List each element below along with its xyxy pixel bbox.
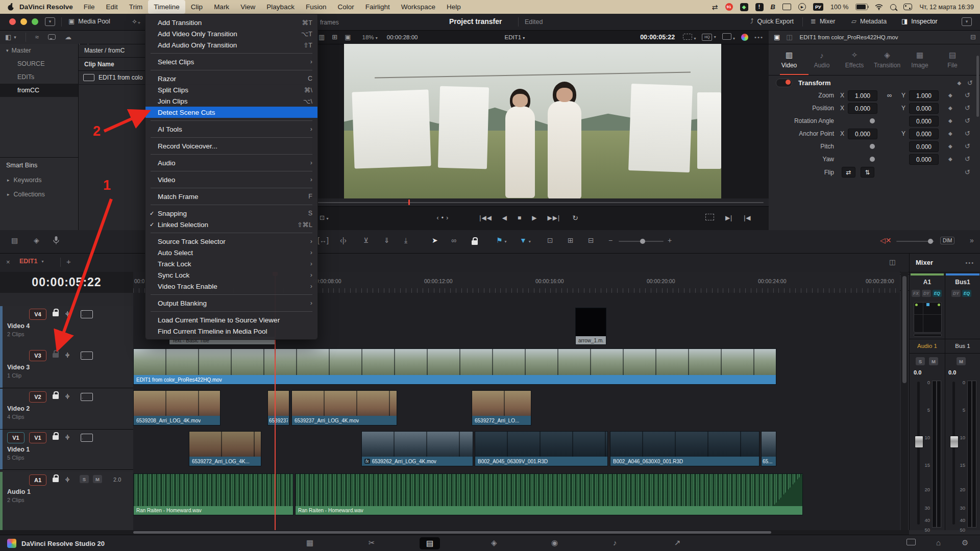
dynamic-trim-icon[interactable]: ‹|› xyxy=(340,236,347,244)
remote-monitoring-icon[interactable] xyxy=(906,538,916,547)
marker-button[interactable]: ▼ ▾ xyxy=(520,236,531,244)
collections-group[interactable]: ▸ Collections xyxy=(0,187,78,202)
last-frame-button[interactable]: ▶▶| xyxy=(548,214,560,221)
a1-track-label[interactable]: Audio 1 xyxy=(911,343,944,349)
anchor-y-field[interactable]: 0.000 xyxy=(909,129,939,139)
page-media-icon[interactable]: ▦ xyxy=(306,538,313,547)
apple-menu-icon[interactable] xyxy=(7,3,14,11)
inspector-tab-effects[interactable]: ✧Effects xyxy=(838,51,871,69)
reset-icon[interactable]: ↺ xyxy=(965,142,970,150)
reset-icon[interactable]: ↺ xyxy=(965,155,970,163)
mixer-channel-a1[interactable]: A1 xyxy=(911,279,944,286)
menubar-clock[interactable]: Чт, 12 марта 16:39 xyxy=(919,4,974,11)
scopes-icon[interactable]: ▾ xyxy=(722,33,735,41)
yaw-field[interactable]: 0.000 xyxy=(909,154,939,165)
position-lock-icon[interactable] xyxy=(472,236,478,244)
page-color-icon[interactable]: ◉ xyxy=(551,538,558,547)
battery-icon[interactable] xyxy=(855,4,868,10)
selection-mode-icon[interactable]: ➤ xyxy=(432,236,438,244)
menu-item-ai-tools[interactable]: AI Tools› xyxy=(145,123,317,135)
track-header-v2[interactable]: V2 ‹|› Video 2 4 Clips xyxy=(0,389,133,430)
menu-item-find-current-timeline[interactable]: Find Current Timeline in Media Pool xyxy=(145,325,317,337)
close-icon[interactable]: × xyxy=(6,258,10,266)
app-branding[interactable]: DaVinci Resolve Studio 20 xyxy=(7,539,105,548)
bin-tree-source[interactable]: SOURCE xyxy=(0,57,78,70)
inspector-scrollbar[interactable] xyxy=(976,56,979,117)
metadata-toggle[interactable]: ▱ Metadata xyxy=(851,17,887,25)
smart-bins-section[interactable]: Smart Bins xyxy=(0,158,78,173)
menubar-item-trim[interactable]: Trim xyxy=(124,0,149,14)
track-lock-icon-v2[interactable] xyxy=(53,394,59,399)
track-mute-button[interactable]: M xyxy=(93,475,102,483)
menubar-item-playback[interactable]: Playback xyxy=(261,0,300,14)
auto-select-icon[interactable]: ‹|› xyxy=(65,352,69,358)
display-menu-icon[interactable] xyxy=(782,3,791,11)
menubar-item-view[interactable]: View xyxy=(235,0,261,14)
monitor-volume-slider[interactable] xyxy=(896,241,934,242)
toolbar-overflow-icon[interactable]: » xyxy=(970,236,974,244)
keyframe-icon[interactable]: ◆ xyxy=(948,92,952,98)
track-lock-icon-v4[interactable] xyxy=(53,312,59,316)
keyframe-icon[interactable]: ◆ xyxy=(948,118,952,123)
a1-pan-pad[interactable] xyxy=(914,302,942,333)
anchor-x-field[interactable]: 0.000 xyxy=(848,129,877,139)
viewer-split-icon[interactable]: ▣ xyxy=(345,33,351,41)
page-cut-icon[interactable]: ✂ xyxy=(369,538,375,547)
bin-tree-fromcc[interactable]: fromCC xyxy=(0,84,78,97)
transform-toggle[interactable] xyxy=(776,79,792,87)
clip-b002-a045[interactable]: B002_A045_06309V_001.R3D xyxy=(475,431,608,466)
overwrite-clip-icon[interactable]: ⤓ xyxy=(404,236,407,245)
auto-select-icon[interactable]: ‹|› xyxy=(65,434,69,440)
add-timeline-tab-button[interactable]: + xyxy=(66,257,71,266)
bus1-track-label[interactable]: Bus 1 xyxy=(946,343,979,349)
eq-button[interactable]: EQ xyxy=(962,290,971,297)
first-frame-button[interactable]: |◀◀ xyxy=(479,214,492,221)
menubar-item-clip[interactable]: Clip xyxy=(185,0,208,14)
menu-item-add-transition[interactable]: Add Transition⌘T xyxy=(145,17,317,28)
reset-icon[interactable]: ↺ xyxy=(965,91,970,99)
a1-solo-button[interactable]: S xyxy=(916,357,925,365)
trim-edit-mode-icon[interactable]: [↔] xyxy=(317,236,329,244)
menu-item-load-current-timeline[interactable]: Load Current Timeline to Source Viewer xyxy=(145,314,317,325)
clip-6539272-v2[interactable]: 6539272_Arri_LO... xyxy=(472,390,531,425)
bin-tree-master[interactable]: ▾ Master xyxy=(0,44,78,57)
track-enable-icon[interactable] xyxy=(81,434,93,442)
viewer-timeline-select[interactable]: EDIT1 ▾ xyxy=(505,34,525,40)
timeline-view-icon[interactable]: ◫ xyxy=(889,258,895,266)
panel-layout-icon[interactable]: ▾ xyxy=(962,17,972,26)
viewer-playhead-marker[interactable] xyxy=(408,199,410,205)
a1-pan-bar[interactable] xyxy=(914,334,942,337)
insert-clip-icon[interactable]: ⇓ xyxy=(384,236,390,244)
clip-6539208[interactable]: 6539208_Arri_LOG_4K.mov xyxy=(133,390,220,425)
inspector-thumb-icon[interactable]: ▣ xyxy=(774,33,780,41)
bus1-fader-track[interactable] xyxy=(952,382,955,524)
viewer-grid-icon[interactable]: ⊞ xyxy=(332,33,337,41)
mixer-toggle[interactable]: ≣ Mixer xyxy=(811,17,835,25)
track-enable-icon[interactable] xyxy=(81,352,93,360)
clip-6539237-short[interactable]: 6539237_... xyxy=(267,390,289,425)
menu-item-match-frame[interactable]: Match FrameF xyxy=(145,191,317,202)
jog-control[interactable]: ‹ • › xyxy=(436,214,449,221)
track-solo-button[interactable]: S xyxy=(80,475,89,483)
sync-status-icon[interactable]: ⇄ xyxy=(712,3,718,11)
sound-library-icon[interactable]: ◈ xyxy=(34,236,39,244)
menubar-item-workspace[interactable]: Workspace xyxy=(396,0,441,14)
stop-button[interactable]: ■ xyxy=(518,214,522,221)
gang-viewers-icon[interactable]: ▾ xyxy=(683,34,696,41)
app-menu-title[interactable]: DaVinci Resolve xyxy=(19,3,73,11)
menu-item-select-clips[interactable]: Select Clips› xyxy=(145,56,317,67)
clip-b002-a046[interactable]: B002_A046_0630X0_001.R3D xyxy=(610,431,760,466)
track-lock-icon-a1[interactable] xyxy=(53,478,59,482)
page-edit-icon[interactable]: ▤ xyxy=(420,537,440,549)
wifi-icon[interactable] xyxy=(875,3,883,11)
audio-clip-1[interactable]: Ran Raiten - Homeward.wav xyxy=(133,473,293,515)
comments-icon[interactable] xyxy=(48,34,56,40)
menubar-item-file[interactable]: File xyxy=(78,0,101,14)
track-badge-v2[interactable]: V2 xyxy=(29,391,46,403)
rotation-field[interactable]: 0.000 xyxy=(909,116,939,127)
menubar-item-mark[interactable]: Mark xyxy=(208,0,235,14)
menu-item-audio[interactable]: Audio› xyxy=(145,157,317,168)
menubar-item-fairlight[interactable]: Fairlight xyxy=(360,0,396,14)
position-y-field[interactable]: 0.000 xyxy=(909,103,939,114)
inspector-expand-icon[interactable]: ⊟ xyxy=(970,33,976,41)
